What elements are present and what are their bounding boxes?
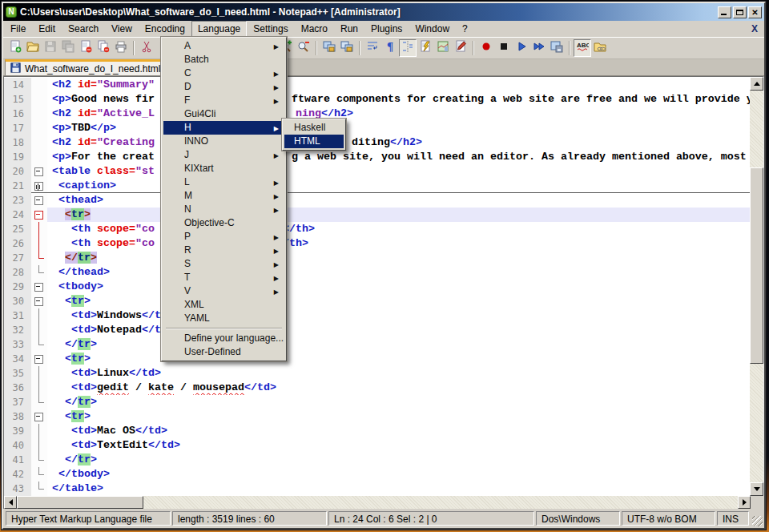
cut-button[interactable] [138, 39, 155, 57]
code-line-27[interactable]: 27 </tr> [4, 251, 750, 265]
scroll-right-button[interactable] [738, 496, 751, 509]
fold-marker-minus[interactable] [31, 352, 47, 366]
vertical-scrollbar[interactable] [750, 77, 763, 496]
code-text[interactable]: <h2 id="Active_Lning</h2> [47, 107, 750, 121]
code-text[interactable]: <td>Notepad</td> [47, 323, 750, 337]
macro-stop-button[interactable] [495, 39, 513, 57]
code-line-15[interactable]: 15<p>Good news firftware components for … [4, 92, 750, 107]
explorer-button[interactable] [591, 39, 609, 57]
code-line-43[interactable]: 43</table> [4, 482, 750, 496]
horizontal-scroll-thumb[interactable] [17, 496, 143, 509]
macro-run-multiple-button[interactable] [530, 39, 548, 57]
code-text[interactable]: <tbody> [47, 280, 750, 294]
fold-marker-minus[interactable] [31, 294, 47, 308]
language-menu-item-xml[interactable]: XML [163, 298, 284, 312]
code-text[interactable]: <td>gedit / kate / mousepad</td> [47, 381, 750, 395]
code-line-30[interactable]: 30 <tr> [4, 294, 750, 308]
menu-item[interactable]: ? [456, 21, 474, 37]
language-menu-item-p[interactable]: P▶ [163, 230, 284, 244]
language-menu-item-l[interactable]: L▶ [163, 175, 284, 189]
resize-grip[interactable] [752, 516, 763, 526]
code-text[interactable]: <p>TBD</p> [47, 121, 750, 135]
language-menu-item-batch[interactable]: Batch [163, 53, 284, 66]
language-menu-item-kixtart[interactable]: KIXtart [163, 162, 284, 175]
language-menu-item-c[interactable]: C▶ [163, 66, 284, 80]
code-text[interactable]: <p>For the creatg a web site, you will n… [47, 150, 750, 164]
code-text[interactable]: </thead> [47, 265, 750, 280]
code-line-40[interactable]: 40 <td>TextEdit</td> [4, 438, 750, 453]
code-text[interactable]: </tr> [47, 251, 750, 265]
code-line-25[interactable]: 25 <th scope="co</th> [4, 222, 750, 236]
close-all-button[interactable] [95, 39, 112, 57]
code-text[interactable]: <thead> [47, 193, 750, 208]
menu-search[interactable]: Search [62, 21, 105, 37]
fold-marker-plus[interactable] [31, 179, 47, 193]
close-button[interactable]: ✕ [748, 6, 762, 18]
menu-plugins[interactable]: Plugins [364, 21, 409, 37]
code-text[interactable]: <h2 id="Summary" [47, 78, 750, 92]
zoom-out-button[interactable] [295, 39, 312, 57]
code-line-18[interactable]: 18<h2 id="Creatingditing</h2> [4, 135, 750, 150]
editor[interactable]: 14<h2 id="Summary"15<p>Good news firftwa… [3, 76, 764, 496]
macro-record-button[interactable] [477, 39, 495, 57]
language-menu-item-objective-c[interactable]: Objective-C [163, 216, 284, 230]
language-menu-item-t[interactable]: T▶ [163, 271, 284, 284]
edit-marker-button[interactable] [452, 39, 469, 57]
language-menu-item-r[interactable]: R▶ [163, 244, 284, 257]
code-text[interactable]: </tbody> [47, 467, 750, 482]
code-text[interactable]: <h2 id="Creatingditing</h2> [47, 135, 750, 150]
language-menu-item-m[interactable]: M▶ [163, 189, 284, 203]
close-button[interactable] [77, 39, 95, 57]
code-text[interactable]: <th scope="co</th> [47, 222, 750, 236]
menu-encoding[interactable]: Encoding [139, 21, 191, 37]
code-line-19[interactable]: 19<p>For the creatg a web site, you will… [4, 150, 750, 164]
indent-guide-button[interactable] [399, 39, 417, 57]
language-menu-item-h[interactable]: H▶ [163, 121, 284, 135]
language-submenu-item-haskell[interactable]: Haskell [284, 121, 344, 135]
language-menu-item-s[interactable]: S▶ [163, 257, 284, 271]
code-line-17[interactable]: 17<p>TBD</p> [4, 121, 750, 135]
code-line-33[interactable]: 33 </tr> [4, 337, 750, 352]
code-line-32[interactable]: 32 <td>Notepad</td> [4, 323, 750, 337]
code-line-23[interactable]: 23 <thead> [4, 193, 750, 208]
language-menu-item-j[interactable]: J▶ [163, 148, 284, 162]
document-map-button[interactable] [434, 39, 452, 57]
scroll-down-button[interactable] [750, 482, 763, 496]
macro-play-button[interactable] [513, 39, 530, 57]
fold-marker-minus[interactable] [31, 164, 47, 179]
print-button[interactable] [112, 39, 130, 57]
code-line-29[interactable]: 29 <tbody> [4, 280, 750, 294]
macro-save-button[interactable] [548, 39, 566, 57]
code-line-16[interactable]: 16<h2 id="Active_Lning</h2> [4, 107, 750, 121]
code-text[interactable]: </tr> [47, 395, 750, 409]
code-text[interactable]: <p>Good news firftware components for cr… [47, 92, 750, 107]
language-menu-item-f[interactable]: F▶ [163, 94, 284, 107]
code-line-26[interactable]: 26 <th scope="co</th> [4, 236, 750, 251]
code-text[interactable]: <th scope="co</th> [47, 236, 750, 251]
spell-check-button[interactable]: ABC [574, 39, 591, 57]
code-text[interactable]: <tr> [47, 352, 750, 366]
code-text[interactable]: <caption> [47, 179, 750, 193]
code-text[interactable]: <td>Linux</td> [47, 366, 750, 381]
code-line-14[interactable]: 14<h2 id="Summary" [4, 78, 750, 92]
code-line-28[interactable]: 28 </thead> [4, 265, 750, 280]
vertical-scroll-thumb[interactable] [750, 167, 763, 364]
language-menu-item-a[interactable]: A▶ [163, 39, 284, 53]
language-menu-item-user-defined[interactable]: User-Defined [163, 345, 284, 359]
language-menu-item-d[interactable]: D▶ [163, 80, 284, 94]
sync-vertical-button[interactable] [320, 39, 338, 57]
fold-marker-minus[interactable] [31, 193, 47, 208]
code-line-35[interactable]: 35 <td>Linux</td> [4, 366, 750, 381]
language-menu-item-v[interactable]: V▶ [163, 284, 284, 298]
fold-marker-minus[interactable] [31, 409, 47, 424]
code-line-34[interactable]: 34 <tr> [4, 352, 750, 366]
language-menu-item-n[interactable]: N▶ [163, 203, 284, 216]
language-menu-item-inno[interactable]: INNO [163, 135, 284, 148]
code-line-21[interactable]: 21 <caption> [4, 179, 750, 193]
code-line-36[interactable]: 36 <td>gedit / kate / mousepad</td> [4, 381, 750, 395]
code-area[interactable]: 14<h2 id="Summary"15<p>Good news firftwa… [4, 77, 750, 496]
menu-macro[interactable]: Macro [295, 21, 334, 37]
sync-horizontal-button[interactable] [338, 39, 356, 57]
code-text[interactable]: </table> [47, 482, 750, 496]
word-wrap-button[interactable] [364, 39, 381, 57]
